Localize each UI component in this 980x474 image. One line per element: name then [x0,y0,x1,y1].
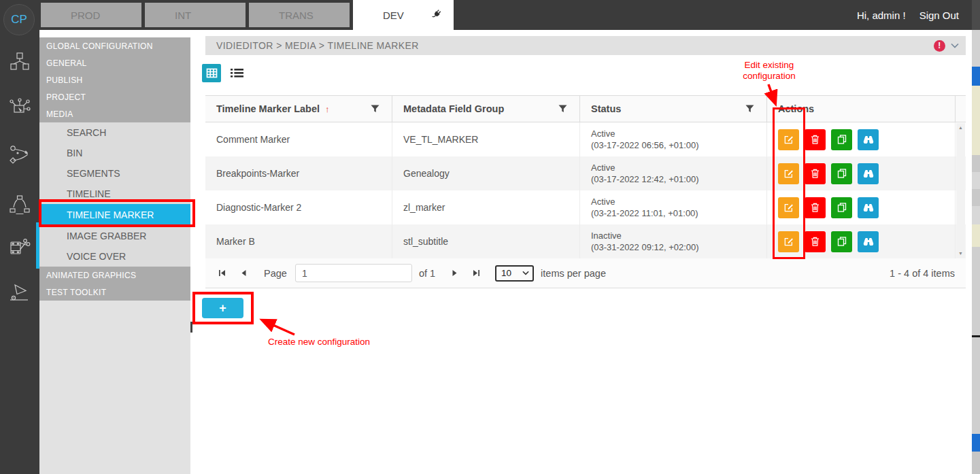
annotation-line: configuration [720,71,819,82]
delete-button[interactable] [805,163,826,184]
page-label: Page [264,268,287,279]
copy-button[interactable] [831,163,852,184]
annotation-line: Edit existing [720,60,819,71]
edge-segment [972,67,980,86]
last-page-button[interactable] [468,265,484,282]
cell-group: zl_marker [392,190,580,224]
filter-icon[interactable] [371,105,379,113]
cell-label: Diagnostic-Marker 2 [205,190,392,224]
vector-tool-icon[interactable] [8,282,31,305]
page-number-input[interactable] [295,264,412,282]
cell-status: Inactive (03-31-2022 09:12, +02:00) [580,224,767,258]
column-header-group[interactable]: Metadata Field Group [392,96,580,122]
sidebar-item-project[interactable]: PROJECT [39,88,190,105]
delete-button[interactable] [805,129,826,150]
first-page-button[interactable] [214,265,230,282]
delete-button[interactable] [805,197,826,218]
sign-out-link[interactable]: Sign Out [919,10,959,21]
sidebar-item-timeline-marker[interactable]: TIMELINE MARKER [39,204,190,226]
media-editor-icon[interactable] [8,235,31,258]
sidebar-item-voice-over[interactable]: VOICE OVER [39,246,190,267]
edit-button[interactable] [778,163,799,184]
copy-button[interactable] [831,231,852,252]
alert-icon[interactable]: ! [934,40,945,52]
edge-segment [972,434,980,452]
edit-button[interactable] [778,231,799,252]
table-row: Comment Marker VE_TL_MARKER Active (03-1… [205,122,966,156]
table-header-row: Timeline Marker Label ↑ Metadata Field G… [205,95,966,122]
avatar[interactable]: CP [3,4,35,35]
user-area: Hi, admin ! Sign Out [857,0,959,30]
top-bar: PROD INT TRANS DEV Hi, admin ! Si [39,0,972,30]
sidebar-item-bin[interactable]: BIN [39,143,190,163]
filter-icon[interactable] [745,105,754,113]
edit-button[interactable] [778,129,799,150]
breadcrumb-bar: VIDIEDITOR > MEDIA > TIMELINE MARKER ! [205,36,966,55]
binoculars-button[interactable] [858,163,879,184]
config-sidebar: GLOBAL CONFIGURATION GENERAL PUBLISH PRO… [39,37,190,301]
sidebar-item-search[interactable]: SEARCH [39,122,190,143]
sidebar-item-segments[interactable]: SEGMENTS [39,163,190,184]
edge-segment [972,0,980,30]
copy-button[interactable] [831,129,852,150]
tab-prod[interactable]: PROD [41,3,141,27]
binoculars-button[interactable] [858,197,879,218]
sidebar-item-timeline[interactable]: TIMELINE [39,184,190,204]
copy-button[interactable] [831,197,852,218]
list-view-button[interactable] [229,65,245,81]
app-window: PROD INT TRANS DEV Hi, admin ! Si [0,0,980,474]
status-text: Active [591,162,615,173]
tab-label: DEV [383,10,404,21]
avatar-initials: CP [11,13,27,27]
cell-label: Comment Marker [205,122,392,156]
greeting-text: Hi, admin ! [857,10,906,21]
tab-dev[interactable]: DEV [353,0,454,30]
cell-actions [767,224,956,258]
column-header-status[interactable]: Status [580,96,767,122]
sidebar-item-animated-graphics[interactable]: ANIMATED GRAPHICS [39,267,190,284]
scroll-down-icon[interactable]: ▼ [958,251,963,256]
exchange-icon[interactable] [8,194,31,217]
sidebar-item-general[interactable]: GENERAL [39,54,190,71]
next-page-button[interactable] [446,265,462,282]
icon-rail [0,0,39,474]
grid-view-button[interactable] [202,64,221,82]
status-date: (03-31-2022 09:12, +02:00) [591,241,699,253]
sidebar-item-media[interactable]: MEDIA [39,105,190,122]
edge-segment [972,189,980,206]
previous-page-button[interactable] [235,265,252,282]
page-size-value: 10 [501,268,511,278]
edge-segment [972,172,980,189]
page-size-select[interactable]: 10 [495,265,534,282]
add-configuration-button[interactable]: + [202,298,243,318]
sidebar-item-publish[interactable]: PUBLISH [39,71,190,88]
scroll-up-icon[interactable]: ▲ [958,125,963,130]
column-header-label[interactable]: Timeline Marker Label ↑ [205,96,392,122]
environment-tabs: PROD INT TRANS DEV [41,0,454,30]
tab-trans[interactable]: TRANS [249,3,350,27]
binoculars-button[interactable] [858,129,879,150]
column-title: Metadata Field Group [403,103,504,114]
cell-status: Active (03-21-2022 11:01, +01:00) [580,190,767,224]
sidebar-item-test-toolkit[interactable]: TEST TOOLKIT [39,284,190,301]
page-of-label: of 1 [419,268,435,279]
filter-icon[interactable] [558,105,567,113]
sort-asc-icon[interactable]: ↑ [325,104,330,114]
annotation-create-text: Create new configuration [268,337,370,348]
timeline-marker-table: Timeline Marker Label ↑ Metadata Field G… [205,95,966,258]
column-title: Status [591,103,621,114]
binoculars-button[interactable] [858,231,879,252]
sidebar-item-global-configuration[interactable]: GLOBAL CONFIGURATION [39,37,190,54]
tab-int[interactable]: INT [145,3,246,27]
delete-button[interactable] [805,231,826,252]
sidebar-item-image-grabber[interactable]: IMAGE GRABBER [39,226,190,246]
chevron-down-icon[interactable] [951,43,959,48]
cubes-icon[interactable] [8,50,31,73]
network-touch-icon[interactable] [8,97,31,120]
edit-button[interactable] [778,197,799,218]
table-scrollbar[interactable]: ▲ ▼ [956,123,965,258]
column-title: Timeline Marker Label [216,103,320,114]
edge-segment [972,206,980,224]
cell-actions [767,156,956,190]
workflow-icon[interactable] [8,143,31,166]
